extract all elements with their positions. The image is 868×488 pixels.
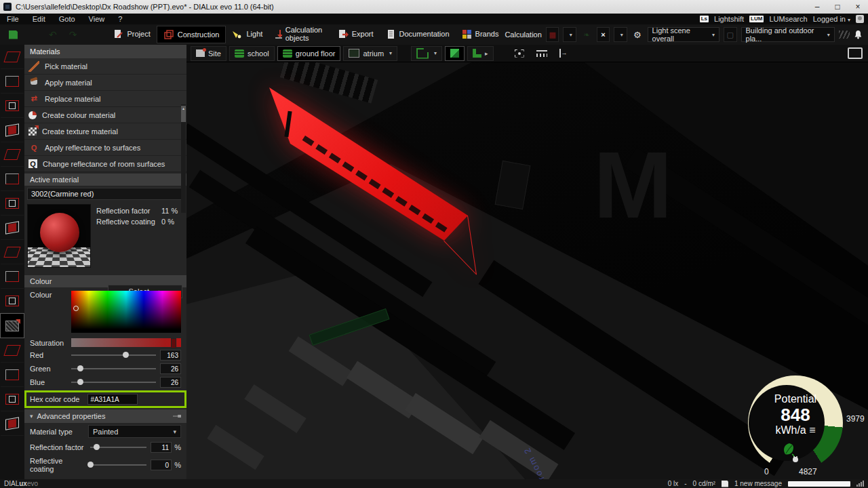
message-indicator[interactable]: 1 new message xyxy=(734,480,782,487)
tool-apply-reflectance-to-surfaces[interactable]: QApply reflectance to surfaces xyxy=(24,140,186,156)
labelling-tool[interactable] xyxy=(1,338,24,363)
structure-tool[interactable] xyxy=(1,411,24,436)
tool-create-colour-material[interactable]: Create colour material xyxy=(24,107,186,123)
active-material-name[interactable]: 3002(Carmine red) xyxy=(27,188,184,200)
building-body-tool[interactable] xyxy=(1,240,24,264)
close-button[interactable]: × xyxy=(848,2,868,12)
tab-brands[interactable]: Brands xyxy=(456,26,505,42)
green-value-input[interactable]: 26 xyxy=(160,363,181,374)
start-calculation-button[interactable]: ▦ xyxy=(546,27,559,42)
tab-construction[interactable]: Construction xyxy=(157,26,226,43)
calculation-dropdown[interactable] xyxy=(563,27,576,42)
floor-plan-view-button[interactable] xyxy=(411,46,442,61)
energy-gauge[interactable]: Potential 848 kWh/a ≡ 3979 0 4827 xyxy=(739,375,868,479)
breadcrumb-ground-floor[interactable]: ground floor xyxy=(277,46,341,61)
highlighted-red-wall[interactable] xyxy=(264,83,495,259)
door-tool[interactable] xyxy=(1,363,24,387)
cancel-calculation-button[interactable]: × xyxy=(597,27,610,42)
partition-wall-tool[interactable] xyxy=(1,142,24,167)
tool-apply-material[interactable]: Apply material xyxy=(24,75,186,91)
tool-create-texture-material[interactable]: Create texture material xyxy=(24,123,186,140)
view-layout-button[interactable] xyxy=(848,47,863,59)
lightshift-button[interactable]: Lightshift xyxy=(714,15,744,23)
ceiling-tool[interactable] xyxy=(1,289,24,313)
reflection-factor-input[interactable]: 11 xyxy=(151,442,172,453)
light-scene-edit-button[interactable]: ▢ xyxy=(724,27,737,42)
red-value-input[interactable]: 163 xyxy=(160,350,181,361)
room-tool[interactable] xyxy=(1,167,24,191)
red-handle[interactable] xyxy=(123,352,129,358)
floor-plan-icon xyxy=(416,48,429,59)
scene-watermark: M xyxy=(593,130,669,240)
tab-light[interactable]: Light xyxy=(226,26,269,42)
menu-edit[interactable]: Edit xyxy=(26,15,52,23)
tool-change-reflectance-of-room-surfaces[interactable]: QChange reflectance of room surfaces xyxy=(24,156,186,172)
tab-project[interactable]: Project xyxy=(107,26,156,42)
tool-pick-material[interactable]: Pick material xyxy=(24,58,186,75)
lumsearch-button[interactable]: LUMsearch xyxy=(769,15,807,23)
dimension-button[interactable] xyxy=(555,47,574,60)
undo-button[interactable]: ↶ xyxy=(43,26,63,43)
tab-calculation-objects[interactable]: Calculation objects xyxy=(269,26,332,42)
redo-button[interactable]: ↷ xyxy=(63,26,83,43)
reflection-factor-slider[interactable] xyxy=(90,443,146,451)
saturation-handle[interactable] xyxy=(171,338,176,348)
settings-gear-icon[interactable]: ⚙ xyxy=(631,28,644,41)
roof-tool[interactable] xyxy=(1,216,24,240)
gauge-value: 848 xyxy=(748,405,843,424)
notifications-bell-icon[interactable] xyxy=(854,30,861,39)
blue-value-input[interactable]: 26 xyxy=(160,377,181,388)
tab-export[interactable]: Export xyxy=(332,26,380,42)
saturation-slider[interactable] xyxy=(71,338,181,347)
selection-tool[interactable] xyxy=(1,387,24,411)
blue-slider[interactable] xyxy=(71,378,156,386)
red-slider[interactable] xyxy=(71,351,156,359)
section-view-button[interactable]: ▸ xyxy=(467,46,494,61)
minimize-button[interactable]: – xyxy=(807,2,827,12)
blue-handle[interactable] xyxy=(77,379,83,385)
material-type-label: Material type xyxy=(30,428,88,436)
save-button[interactable] xyxy=(3,26,24,43)
assessment-zone-tool[interactable] xyxy=(1,45,24,69)
building-select[interactable]: Building and outdoor pla... xyxy=(741,27,835,42)
cancel-dropdown[interactable] xyxy=(614,27,627,42)
reflective-coating-slider[interactable] xyxy=(90,461,146,469)
scrollbar-thumb[interactable]: ▴ xyxy=(181,106,186,122)
window-tool[interactable] xyxy=(1,264,24,289)
tool-replace-material[interactable]: ⇄Replace material xyxy=(24,91,186,107)
column-tool[interactable] xyxy=(1,191,24,216)
furniture-tool[interactable] xyxy=(1,69,24,94)
tools-scrollbar[interactable]: ▴ xyxy=(181,104,186,213)
measure-button[interactable] xyxy=(532,47,552,60)
wall-tool[interactable] xyxy=(1,118,24,142)
pin-icon[interactable] xyxy=(173,415,181,418)
green-slider[interactable] xyxy=(71,365,156,373)
hex-color-input[interactable] xyxy=(87,394,138,405)
menu-goto[interactable]: Goto xyxy=(52,15,82,23)
storey-tool[interactable] xyxy=(1,94,24,118)
materials-tool[interactable] xyxy=(0,313,24,338)
reflection-factor-handle[interactable] xyxy=(94,444,100,450)
breadcrumb-site[interactable]: Site xyxy=(191,46,226,61)
gauge-menu-icon[interactable]: ≡ xyxy=(809,424,815,436)
menu-view[interactable]: View xyxy=(82,15,112,23)
zoom-fit-button[interactable] xyxy=(510,47,529,60)
colour-picker[interactable] xyxy=(71,291,181,333)
maximize-button[interactable]: □ xyxy=(827,2,848,12)
tab-documentation[interactable]: Documentation xyxy=(380,26,456,42)
user-avatar[interactable] xyxy=(856,15,864,23)
advanced-properties-header[interactable]: ▾ Advanced properties xyxy=(24,409,186,423)
viewport-3d[interactable]: M Classroom 2 Potential 848 kWh/a ≡ 3979… xyxy=(186,62,868,479)
green-handle[interactable] xyxy=(77,365,83,371)
view-3d-button[interactable] xyxy=(445,46,465,61)
menu-file[interactable]: File xyxy=(0,15,26,23)
logged-in-menu[interactable]: Logged in xyxy=(813,15,850,23)
light-scene-select[interactable]: Light scene overall xyxy=(648,27,719,42)
reflective-coating-handle[interactable] xyxy=(87,462,94,468)
material-type-select[interactable]: Painted xyxy=(88,425,181,438)
breadcrumb-school[interactable]: school xyxy=(229,46,275,61)
menu-help[interactable]: ? xyxy=(111,15,129,23)
breadcrumb-atrium[interactable]: atrium xyxy=(343,46,397,61)
blinds-icon[interactable] xyxy=(839,30,850,39)
reflective-coating-input[interactable]: 0 xyxy=(151,460,172,470)
